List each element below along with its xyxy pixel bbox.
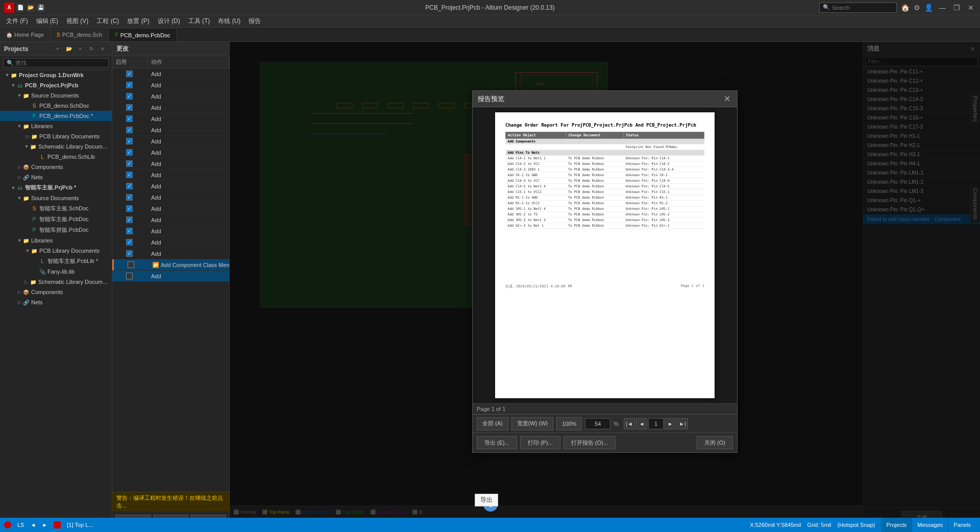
print-btn[interactable]: 打印 (P)... <box>520 436 560 449</box>
change-row-5[interactable]: ✓ Add <box>112 113 229 125</box>
change-row-7[interactable]: ✓ Add <box>112 136 229 147</box>
tree-item-pcb-lib-docs[interactable]: ▷ 📁 PCB Library Documents <box>0 131 112 141</box>
checkbox-2[interactable]: ✓ <box>126 82 133 88</box>
checkbox-5[interactable]: ✓ <box>126 115 133 122</box>
tree-item-smart-pcb[interactable]: ▷ P 智能车主板.PcbDoc <box>0 214 112 225</box>
tab-home[interactable]: 🏠 Home Page <box>0 28 51 41</box>
open-report-btn[interactable]: 打开报告 (O)... <box>564 436 616 449</box>
panel-menu-btn[interactable]: ≡ <box>97 44 108 54</box>
warning-bar[interactable]: 警告：编译工程时发生错误！在继续之前点击... <box>112 492 229 512</box>
checkbox-7[interactable]: ✓ <box>126 138 133 144</box>
toolbar-save[interactable]: 💾 <box>37 4 45 12</box>
checkbox-8[interactable]: ✓ <box>126 149 133 156</box>
toolbar-open[interactable]: 📂 <box>27 4 35 12</box>
btn-100pct[interactable]: 100% <box>556 417 582 430</box>
change-row-3[interactable]: ✓ Add <box>112 91 229 102</box>
tree-item-smart-pcb2[interactable]: ▷ P 智能车拼版.PcbDoc <box>0 225 112 235</box>
change-row-1[interactable]: ✓ Add <box>112 68 229 80</box>
menu-tools[interactable]: 工具 (T) <box>184 16 214 27</box>
tree-item-smart-schlib-folder[interactable]: ▷ 📁 Schematic Library Documents <box>0 277 112 287</box>
checkbox-class-mem[interactable] <box>128 261 134 268</box>
tree-item-pcb-project[interactable]: ▼ 🗂 PCB_Project.PrjPcb <box>0 80 112 90</box>
new-project-btn[interactable]: + <box>53 44 63 54</box>
checkbox-4[interactable]: ✓ <box>126 104 133 111</box>
maximize-button[interactable]: ❐ <box>951 3 962 13</box>
bottom-panels-tab[interactable]: Panels <box>948 518 976 532</box>
close-project-btn[interactable]: × <box>75 44 85 54</box>
tree-item-components1[interactable]: ▷ 📦 Components <box>0 162 112 172</box>
checkbox-3[interactable]: ✓ <box>126 93 133 100</box>
change-row-15[interactable]: ✓ Add <box>112 226 229 237</box>
checkbox-17[interactable]: ✓ <box>126 250 133 257</box>
menu-route[interactable]: 布线 (U) <box>214 16 244 27</box>
close-button[interactable]: ✕ <box>966 3 976 13</box>
tree-item-nets1[interactable]: ▷ 🔗 Nets <box>0 172 112 182</box>
menu-view[interactable]: 视图 (V) <box>62 16 92 27</box>
modal-close-bottom-btn[interactable]: 关闭 (O) <box>697 436 733 449</box>
home-icon[interactable]: 🏠 <box>901 4 910 12</box>
tree-item-libraries[interactable]: ▼ 📁 Libraries <box>0 121 112 131</box>
tree-item-smart-source[interactable]: ▼ 📁 Source Documents <box>0 193 112 203</box>
change-row-17[interactable]: ✓ Add <box>112 248 229 259</box>
nav-next-btn[interactable]: ► <box>665 418 676 429</box>
nav-prev-btn[interactable]: ◄ <box>636 418 647 429</box>
tree-item-source-docs[interactable]: ▼ 📁 Source Documents <box>0 90 112 101</box>
change-row-8[interactable]: ✓ Add <box>112 147 229 158</box>
checkbox-13[interactable]: ✓ <box>126 205 133 212</box>
change-row-6[interactable]: ✓ Add <box>112 125 229 136</box>
menu-design[interactable]: 设计 (D) <box>154 16 184 27</box>
checkbox-add-last[interactable] <box>126 273 133 279</box>
global-search-input[interactable] <box>832 5 893 11</box>
change-row-13[interactable]: ✓ Add <box>112 203 229 214</box>
nav-last-btn[interactable]: ►| <box>677 418 688 429</box>
checkbox-10[interactable]: ✓ <box>126 172 133 178</box>
menu-report[interactable]: 报告 <box>244 16 265 27</box>
bottom-projects-tab[interactable]: Projects <box>881 518 912 532</box>
bottom-messages-tab[interactable]: Messages <box>912 518 948 532</box>
minimize-button[interactable]: — <box>937 3 947 13</box>
tree-item-sch-doc[interactable]: ▷ S PCB_demo.SchDoc <box>0 101 112 111</box>
change-row-4[interactable]: ✓ Add <box>112 102 229 113</box>
tree-item-smart-pcblib-folder[interactable]: ▼ 📁 PCB Library Documents <box>0 246 112 256</box>
tree-item-smart-components[interactable]: ▷ 📦 Components <box>0 287 112 297</box>
menu-edit[interactable]: 编辑 (E) <box>32 16 62 27</box>
change-row-10[interactable]: ✓ Add <box>112 170 229 181</box>
nav-first-btn[interactable]: |◄ <box>624 418 635 429</box>
refresh-btn[interactable]: ↻ <box>86 44 96 54</box>
checkbox-15[interactable]: ✓ <box>126 228 133 234</box>
btn-all[interactable]: 全部 (A) <box>477 417 508 430</box>
change-row-11[interactable]: ✓ Add <box>112 181 229 192</box>
tree-item-smart-car[interactable]: ▼ 🗂 智能车主板.PrjPcb * <box>0 182 112 193</box>
change-row-12[interactable]: ✓ Add <box>112 192 229 203</box>
settings-icon[interactable]: ⚙ <box>914 4 920 12</box>
tree-item-smart-nets[interactable]: ▷ 🔗 Nets <box>0 297 112 307</box>
change-row-2[interactable]: ✓ Add <box>112 80 229 91</box>
report-modal-close-btn[interactable]: ✕ <box>722 94 732 104</box>
change-row-16[interactable]: ✓ Add <box>112 237 229 248</box>
toolbar-new[interactable]: 📄 <box>16 4 24 12</box>
checkbox-16[interactable]: ✓ <box>126 239 133 246</box>
checkbox-14[interactable]: ✓ <box>126 216 133 223</box>
project-search-input[interactable] <box>3 58 109 67</box>
menu-place[interactable]: 放置 (P) <box>123 16 153 27</box>
open-project-btn[interactable]: 📂 <box>64 44 74 54</box>
change-row-class-mem[interactable]: 📁 Add Component Class Mem <box>112 259 229 271</box>
tree-item-project-group[interactable]: ▼ 📁 Project Group 1.DsnWrk <box>0 70 112 80</box>
nav-left-arrow[interactable]: ◄ <box>30 522 36 528</box>
report-modal-content[interactable]: Change Order Report For ProjPCB_Project.… <box>473 107 737 403</box>
change-row-add-last[interactable]: Add <box>112 271 229 282</box>
checkbox-9[interactable]: ✓ <box>126 160 133 167</box>
checkbox-11[interactable]: ✓ <box>126 183 133 189</box>
tree-item-sch-lib-docs[interactable]: ▼ 📁 Schematic Library Documents <box>0 141 112 152</box>
tree-item-pcb-doc[interactable]: ▷ P PCB_demo.PcbDoc * <box>0 111 112 121</box>
user-icon[interactable]: 👤 <box>924 4 933 12</box>
zoom-input[interactable] <box>585 418 610 429</box>
checkbox-6[interactable]: ✓ <box>126 127 133 133</box>
export-btn[interactable]: 导出 (E)... <box>477 436 517 449</box>
tree-item-pcb-schlib[interactable]: ▷ L PCB_demo.SchLib <box>0 152 112 162</box>
tree-item-smart-pcblib[interactable]: ▷ L 智能车主板.PcbLib * <box>0 256 112 267</box>
tree-item-smart-libs[interactable]: ▼ 📁 Libraries <box>0 235 112 246</box>
nav-right-arrow[interactable]: ► <box>42 522 47 528</box>
menu-file[interactable]: 文件 (F) <box>2 16 32 27</box>
checkbox-1[interactable]: ✓ <box>126 70 133 77</box>
